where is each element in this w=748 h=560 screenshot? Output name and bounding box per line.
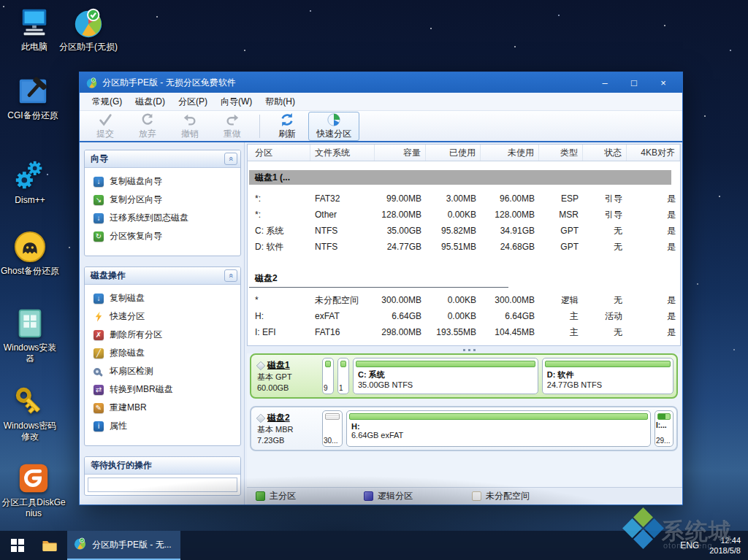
- table-cell: GPT: [539, 239, 583, 255]
- disk-group-header-0[interactable]: 磁盘1 (...: [249, 170, 671, 185]
- sidebar-item[interactable]: 快速分区: [85, 307, 240, 326]
- tray-clock[interactable]: 12:44 2018/5/8: [709, 535, 741, 556]
- sidebar-item[interactable]: ↻分区恢复向导: [85, 227, 240, 245]
- disk-row-磁盘1[interactable]: 磁盘1基本 GPT60.00GB91C: 系统35.00GB NTFSD: 软件…: [250, 353, 678, 399]
- partition-label: I:...: [655, 421, 673, 429]
- menu-item-1[interactable]: 磁盘(D): [129, 93, 172, 110]
- sidebar-panel-body: [88, 477, 237, 492]
- desktop-icon-ghost-backup[interactable]: Ghost备份还原: [0, 230, 60, 277]
- partition-label: H:: [347, 421, 650, 431]
- splitter-handle[interactable]: [247, 348, 681, 353]
- column-header-6[interactable]: 状态: [583, 145, 627, 161]
- sidebar-item[interactable]: ↓迁移系统到固态磁盘: [85, 209, 240, 227]
- disk-label[interactable]: 磁盘1基本 GPT60.00GB: [254, 358, 318, 394]
- sidebar-item-label: 复制磁盘: [110, 292, 145, 304]
- menu-item-3[interactable]: 向导(W): [214, 93, 259, 110]
- table-cell: 6.64GB: [375, 308, 426, 324]
- sidebar-item[interactable]: ✗删除所有分区: [85, 326, 240, 344]
- table-row[interactable]: H:exFAT6.64GB0.00KB6.64GB主活动是: [248, 308, 680, 324]
- collapse-chevron-icon[interactable]: «: [224, 269, 237, 282]
- menu-item-2[interactable]: 分区(P): [172, 93, 214, 110]
- table-row[interactable]: *:Other128.00MB0.00KB128.00MBMSR引导是: [248, 207, 680, 223]
- sidebar-item[interactable]: ↓复制磁盘向导: [85, 172, 240, 191]
- desktop-icon-windows-installer[interactable]: Windows安装器: [0, 307, 60, 364]
- table-row[interactable]: I: EFIFAT16298.00MB193.55MB104.45MB主无是: [248, 324, 680, 340]
- desktop-icon-diskgenius[interactable]: 分区工具DiskGenius: [0, 461, 67, 519]
- close-button[interactable]: ×: [649, 73, 678, 92]
- start-button[interactable]: [0, 531, 35, 560]
- sidebar-panel-1: 磁盘操作«↓复制磁盘快速分区✗删除所有分区╱擦除磁盘坏扇区检测⇄转换到MBR磁盘…: [84, 266, 241, 446]
- sidebar-item-label: 分区恢复向导: [110, 230, 162, 242]
- column-header-5[interactable]: 类型: [539, 145, 583, 161]
- desktop-icon-partition-assistant[interactable]: 分区助手(无损): [58, 6, 118, 53]
- toolbar-button-label: 快速分区: [316, 128, 351, 140]
- partition-block[interactable]: D: 软件24.77GB NTFS: [542, 358, 673, 394]
- desktop-icon-this-pc[interactable]: 此电脑: [4, 6, 64, 53]
- sidebar-item[interactable]: ╱擦除磁盘: [85, 344, 240, 362]
- refresh-icon: [280, 112, 294, 127]
- toolbar-discard-button[interactable]: 放弃: [126, 112, 169, 141]
- partition-block[interactable]: H:6.64GB exFAT: [346, 410, 651, 447]
- minimize-button[interactable]: –: [590, 73, 619, 92]
- toolbar-refresh-button[interactable]: 刷新: [266, 112, 308, 141]
- quick-partition-small-icon: [94, 312, 104, 322]
- column-header-1[interactable]: 文件系统: [310, 145, 375, 161]
- partition-block[interactable]: 9: [322, 358, 334, 394]
- disk-meta: 基本 MBR: [257, 424, 318, 435]
- disk-group-header-1[interactable]: 磁盘2: [249, 271, 671, 285]
- desktop-icon-windows-password[interactable]: Windows密码修改: [0, 385, 60, 442]
- sidebar-item[interactable]: i属性: [85, 417, 240, 435]
- disk-map: 磁盘1基本 GPT60.00GB91C: 系统35.00GB NTFSD: 软件…: [247, 353, 681, 487]
- sidebar-item[interactable]: ↓复制磁盘: [85, 289, 240, 307]
- partition-block[interactable]: 30...: [322, 410, 343, 447]
- column-header-3[interactable]: 已使用: [426, 145, 481, 161]
- sidebar-item[interactable]: ⇄转换到MBR磁盘: [85, 380, 240, 399]
- table-cell: 99.00MB: [375, 191, 426, 207]
- table-cell: 是: [627, 207, 680, 223]
- sidebar-panel-2: 等待执行的操作: [84, 456, 241, 496]
- sidebar-item[interactable]: ✎重建MBR: [85, 399, 240, 417]
- table-row[interactable]: D: 软件NTFS24.77GB95.51MB24.68GBGPT无是: [248, 239, 680, 255]
- sidebar-panel-header[interactable]: 磁盘操作«: [85, 267, 240, 285]
- toolbar-redo-button[interactable]: 重做: [211, 112, 253, 141]
- toolbar-quick-partition-button[interactable]: 快速分区: [308, 112, 359, 141]
- column-header-7[interactable]: 4KB对齐: [627, 145, 680, 161]
- partition-block[interactable]: 1: [337, 358, 349, 394]
- sidebar-item[interactable]: ↘复制分区向导: [85, 191, 240, 209]
- table-row[interactable]: C: 系统NTFS35.00GB95.82MB34.91GBGPT无是: [248, 223, 680, 239]
- partition-block[interactable]: I:...29...: [654, 410, 673, 447]
- desktop-icon-label: CGI备份还原: [0, 110, 66, 121]
- input-language-indicator[interactable]: ENG: [680, 540, 699, 551]
- table-cell: 主: [539, 324, 583, 340]
- partition-block[interactable]: C: 系统35.00GB NTFS: [353, 358, 538, 394]
- menu-item-0[interactable]: 常规(G): [85, 93, 129, 110]
- sidebar-item-label: 删除所有分区: [110, 329, 162, 341]
- sidebar-panel-header[interactable]: 向导«: [85, 150, 240, 168]
- column-header-2[interactable]: 容量: [375, 145, 426, 161]
- maximize-button[interactable]: □: [619, 73, 649, 92]
- sidebar-panel-header[interactable]: 等待执行的操作: [85, 457, 240, 475]
- table-row[interactable]: *未分配空间300.00MB0.00KB300.00MB逻辑无是: [248, 292, 680, 308]
- collapse-chevron-icon[interactable]: «: [224, 153, 237, 165]
- sidebar-item[interactable]: 坏扇区检测: [85, 362, 240, 380]
- table-cell: Other: [310, 207, 375, 223]
- partition-size-label: 30...: [323, 437, 342, 446]
- disk-size: 7.23GB: [257, 435, 318, 446]
- taskbar-task-partition-assistant[interactable]: 分区助手PE版 - 无...: [67, 531, 180, 560]
- column-header-0[interactable]: 分区: [248, 145, 310, 161]
- disk-row-磁盘2[interactable]: 磁盘2基本 MBR7.23GB30...H:6.64GB exFATI:...2…: [250, 406, 678, 451]
- desktop-icon-cgi-backup[interactable]: CGI备份还原: [0, 74, 66, 121]
- copy-disk-wizard-icon: ↓: [94, 177, 104, 187]
- desktop-icon-label: 分区工具DiskGenius: [0, 497, 67, 519]
- toolbar-undo-button[interactable]: 撤销: [169, 112, 211, 141]
- desktop-icon-dism[interactable]: Dism++: [0, 159, 60, 206]
- toolbar-commit-button[interactable]: 提交: [84, 112, 126, 141]
- menu-item-4[interactable]: 帮助(H): [259, 93, 302, 110]
- column-header-4[interactable]: 未使用: [481, 145, 539, 161]
- file-explorer-button[interactable]: [35, 531, 64, 560]
- window-titlebar[interactable]: 分区助手PE版 - 无损分区免费软件 –□×: [80, 72, 682, 93]
- table-cell: 128.00MB: [375, 207, 426, 223]
- disk-label[interactable]: 磁盘2基本 MBR7.23GB: [254, 410, 318, 447]
- table-row[interactable]: *:FAT3299.00MB3.00MB96.00MBESP引导是: [248, 191, 680, 207]
- app-pie-icon: [85, 77, 98, 89]
